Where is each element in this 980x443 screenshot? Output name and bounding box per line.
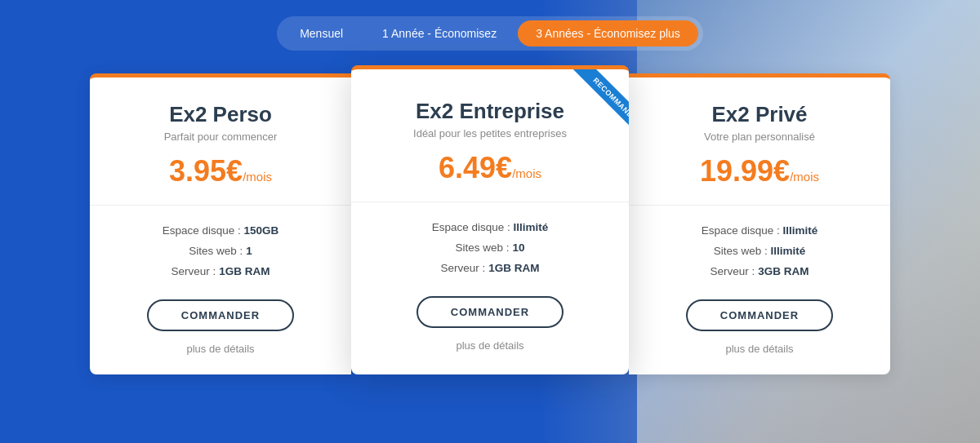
toggle-mensuel[interactable]: Mensuel (282, 20, 361, 47)
plan-prive-price: 19.99€ (700, 154, 790, 188)
toggle-annee3[interactable]: 3 Années - Économisez plus (518, 20, 698, 47)
plan-perso-features: Espace disque : 150GB Sites web : 1 Serv… (113, 220, 328, 281)
plan-entreprise-period: /mois (512, 166, 541, 180)
plan-entreprise-features: Espace disque : Illimité Sites web : 10 … (374, 217, 606, 278)
details-perso[interactable]: plus de détails (113, 343, 328, 355)
feature-prive-1: Espace disque : Illimité (652, 220, 867, 241)
toggle-annee1[interactable]: 1 Année - Économisez (364, 20, 514, 47)
feature-prive-3: Serveur : 3GB RAM (652, 261, 867, 281)
feature-entreprise-1: Espace disque : Illimité (374, 217, 606, 237)
details-entreprise[interactable]: plus de détails (374, 339, 606, 352)
divider-prive (629, 205, 890, 206)
divider-entreprise (351, 202, 629, 202)
feature-perso-1: Espace disque : 150GB (113, 220, 328, 241)
plan-perso-price: 3.95€ (169, 154, 243, 188)
ribbon-label: RECOMMANDÉ (572, 69, 629, 125)
feature-perso-2: Sites web : 1 (113, 241, 328, 261)
details-prive[interactable]: plus de détails (652, 343, 867, 355)
plan-prive-desc: Votre plan personnalisé (652, 131, 867, 143)
feature-perso-3: Serveur : 1GB RAM (113, 261, 328, 281)
feature-entreprise-2: Sites web : 10 (374, 237, 606, 258)
divider-perso (90, 205, 351, 206)
pricing-cards: Ex2 Perso Parfait pour commencer 3.95€/m… (0, 73, 980, 374)
feature-entreprise-3: Serveur : 1GB RAM (374, 258, 606, 278)
plan-perso: Ex2 Perso Parfait pour commencer 3.95€/m… (90, 73, 351, 374)
plan-prive-features: Espace disque : Illimité Sites web : Ill… (652, 220, 867, 281)
plan-prive-price-row: 19.99€/mois (652, 154, 867, 188)
feature-prive-2: Sites web : Illimité (652, 241, 867, 261)
plan-prive-period: /mois (790, 170, 819, 184)
billing-toggle: Mensuel 1 Année - Économisez 3 Années - … (277, 16, 703, 51)
plan-perso-price-row: 3.95€/mois (113, 154, 328, 188)
plan-prive: Ex2 Privé Votre plan personnalisé 19.99€… (629, 73, 890, 374)
ribbon-entreprise: RECOMMANDÉ (555, 69, 629, 143)
plan-prive-name: Ex2 Privé (652, 102, 867, 127)
plan-entreprise-price: 6.49€ (439, 151, 512, 184)
plan-perso-name: Ex2 Perso (113, 102, 328, 127)
plan-entreprise: RECOMMANDÉ Ex2 Entreprise Idéal pour les… (351, 65, 629, 374)
cta-entreprise[interactable]: COMMANDER (416, 296, 564, 328)
cta-prive[interactable]: COMMANDER (686, 299, 833, 331)
plan-perso-period: /mois (243, 170, 272, 184)
cta-perso[interactable]: COMMANDER (147, 299, 294, 331)
plan-perso-desc: Parfait pour commencer (113, 131, 328, 143)
plan-entreprise-price-row: 6.49€/mois (374, 151, 606, 185)
main-content: Mensuel 1 Année - Économisez 3 Années - … (0, 0, 980, 374)
